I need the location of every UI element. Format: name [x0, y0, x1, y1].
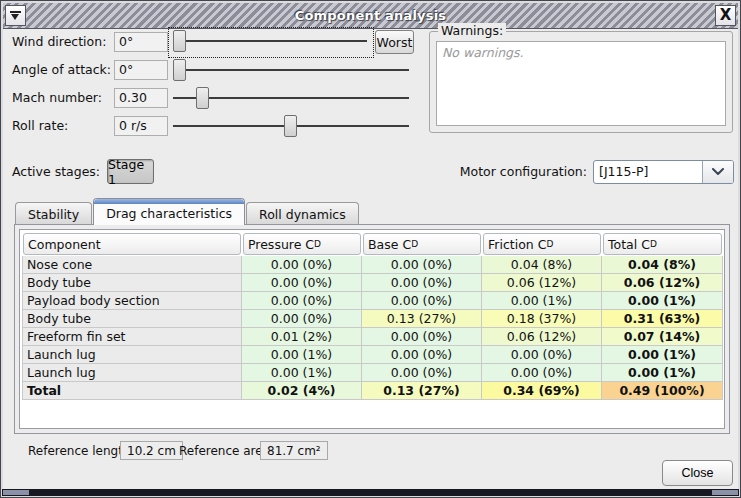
- window-resize-grip[interactable]: [2, 489, 739, 496]
- slider-1[interactable]: [171, 59, 411, 81]
- worst-button[interactable]: Worst: [375, 30, 414, 54]
- value-cell[interactable]: 0.00 (0%): [362, 274, 482, 292]
- value-cell[interactable]: 0.04 (8%): [602, 256, 723, 274]
- value-cell[interactable]: 0.00 (0%): [362, 292, 482, 310]
- value-cell[interactable]: 0.18 (37%): [482, 310, 602, 328]
- value-cell[interactable]: 0.00 (0%): [242, 256, 362, 274]
- column-header[interactable]: Pressure CD: [243, 233, 361, 255]
- control-row-3: Roll rate:0 r/s: [1, 113, 431, 139]
- value-cell[interactable]: 0.00 (0%): [242, 274, 362, 292]
- reference-length-label: Reference length:: [28, 441, 135, 461]
- value-cell[interactable]: 0.13 (27%): [362, 310, 482, 328]
- value-cell[interactable]: 0.06 (12%): [482, 274, 602, 292]
- control-value-field[interactable]: 0.30: [114, 88, 168, 108]
- component-cell[interactable]: Body tube: [22, 310, 242, 328]
- value-cell[interactable]: 0.01 (2%): [242, 328, 362, 346]
- window-close-button[interactable]: X: [715, 5, 736, 26]
- component-cell[interactable]: Launch lug: [22, 346, 242, 364]
- value-cell[interactable]: 0.02 (4%): [242, 382, 362, 400]
- value-cell[interactable]: 0.07 (14%): [602, 328, 723, 346]
- value-cell[interactable]: 0.00 (1%): [602, 346, 723, 364]
- value-cell[interactable]: 0.00 (0%): [482, 346, 602, 364]
- window-title: Component analysis: [28, 8, 713, 23]
- tab-roll-dynamics[interactable]: Roll dynamics: [246, 202, 359, 225]
- reference-area-value: 81.7 cm²: [260, 441, 328, 460]
- control-row-1: Angle of attack:0°: [1, 57, 431, 83]
- value-cell[interactable]: 0.00 (1%): [602, 364, 723, 382]
- slider-focus-outline: [168, 27, 374, 58]
- slider-thumb[interactable]: [284, 115, 297, 137]
- control-value-field[interactable]: 0°: [114, 60, 168, 80]
- motor-configuration-value: [J115-P]: [594, 161, 702, 183]
- chevron-down-icon: [712, 168, 724, 176]
- slider-track: [173, 40, 367, 42]
- drag-table: ComponentPressure CDBase CDFriction CDTo…: [22, 232, 723, 400]
- value-cell[interactable]: 0.00 (0%): [362, 256, 482, 274]
- table-scrollpane[interactable]: ComponentPressure CDBase CDFriction CDTo…: [19, 229, 725, 429]
- tab-stability[interactable]: Stability: [15, 202, 92, 225]
- warnings-group: Warnings: No warnings.: [429, 31, 733, 133]
- control-label: Angle of attack:: [12, 57, 111, 83]
- control-label: Mach number:: [12, 85, 102, 111]
- value-cell[interactable]: 0.00 (0%): [482, 364, 602, 382]
- component-cell[interactable]: Payload body section: [22, 292, 242, 310]
- component-cell[interactable]: Nose cone: [22, 256, 242, 274]
- close-button[interactable]: Close: [662, 460, 733, 486]
- value-cell[interactable]: 0.06 (12%): [482, 328, 602, 346]
- column-header[interactable]: Friction CD: [483, 233, 601, 255]
- value-cell[interactable]: 0.00 (1%): [242, 346, 362, 364]
- control-label: Roll rate:: [12, 113, 68, 139]
- component-cell[interactable]: Body tube: [22, 274, 242, 292]
- control-row-2: Mach number:0.30: [1, 85, 431, 111]
- value-cell[interactable]: 0.04 (8%): [482, 256, 602, 274]
- column-header[interactable]: Base CD: [363, 233, 481, 255]
- component-cell[interactable]: Launch lug: [22, 364, 242, 382]
- column-header[interactable]: Total CD: [603, 233, 722, 255]
- value-cell[interactable]: 0.00 (1%): [602, 292, 723, 310]
- tab-label: Roll dynamics: [259, 207, 346, 222]
- value-cell[interactable]: 0.00 (0%): [362, 364, 482, 382]
- value-cell[interactable]: 0.00 (0%): [242, 292, 362, 310]
- tab-drag-characteristics[interactable]: Drag characteristics: [93, 198, 245, 225]
- reference-length-value: 10.2 cm: [120, 441, 183, 460]
- motor-configuration-label: Motor configuration:: [460, 159, 587, 185]
- stage-1-toggle-button[interactable]: Stage 1: [107, 159, 154, 184]
- value-cell[interactable]: 0.06 (12%): [602, 274, 723, 292]
- value-cell[interactable]: 0.00 (0%): [362, 328, 482, 346]
- component-analysis-dialog: Component analysis X Wind direction:0°Wo…: [0, 0, 741, 498]
- warnings-title: Warnings:: [438, 23, 506, 38]
- value-cell[interactable]: 0.49 (100%): [602, 382, 723, 400]
- slider-2[interactable]: [171, 87, 411, 109]
- window-menu-button[interactable]: [5, 5, 26, 26]
- control-value-field[interactable]: 0°: [114, 32, 168, 52]
- value-cell[interactable]: 0.13 (27%): [362, 382, 482, 400]
- slider-thumb[interactable]: [173, 30, 186, 52]
- slider-track: [173, 69, 409, 71]
- motor-configuration-select[interactable]: [J115-P]: [593, 160, 734, 184]
- value-cell[interactable]: 0.34 (69%): [482, 382, 602, 400]
- warnings-list: No warnings.: [436, 41, 726, 126]
- column-header[interactable]: Component: [23, 233, 241, 255]
- slider-0[interactable]: [171, 30, 369, 52]
- value-cell[interactable]: 0.31 (63%): [602, 310, 723, 328]
- active-stages-label: Active stages:: [12, 159, 100, 185]
- tab-label: Stability: [28, 207, 79, 222]
- slider-thumb[interactable]: [173, 59, 186, 81]
- slider-3[interactable]: [171, 115, 411, 137]
- value-cell[interactable]: 0.00 (1%): [242, 364, 362, 382]
- value-cell[interactable]: 0.00 (0%): [362, 346, 482, 364]
- title-bar[interactable]: Component analysis X: [3, 3, 738, 29]
- drag-characteristics-panel: ComponentPressure CDBase CDFriction CDTo…: [14, 224, 730, 434]
- value-cell[interactable]: 0.00 (1%): [482, 292, 602, 310]
- component-cell[interactable]: Freeform fin set: [22, 328, 242, 346]
- value-cell[interactable]: 0.00 (0%): [242, 310, 362, 328]
- control-row-0: Wind direction:0°Worst: [1, 29, 431, 55]
- control-value-field[interactable]: 0 r/s: [114, 116, 168, 136]
- window-menu-icon: [10, 11, 21, 20]
- tab-label: Drag characteristics: [106, 206, 232, 221]
- control-label: Wind direction:: [12, 29, 106, 55]
- component-cell[interactable]: Total: [22, 382, 242, 400]
- slider-thumb[interactable]: [196, 87, 209, 109]
- analysis-tabs: StabilityDrag characteristicsRoll dynami…: [15, 198, 360, 225]
- combo-arrow-button[interactable]: [702, 161, 733, 183]
